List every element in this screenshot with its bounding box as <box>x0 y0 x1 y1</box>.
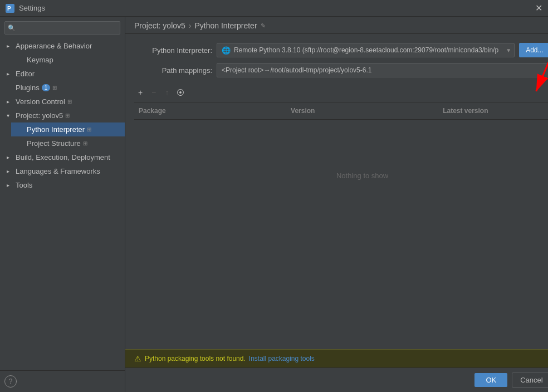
svg-text:P: P <box>7 6 11 12</box>
breadcrumb-current: Python Interpreter <box>195 21 257 30</box>
breadcrumb: Project: yolov5 › Python Interpreter ✎ <box>125 17 548 34</box>
sidebar-item-label: Build, Execution, Deployment <box>16 153 110 161</box>
path-label: Path mappings: <box>134 66 212 75</box>
sidebar-item-languages[interactable]: ▸ Languages & Frameworks <box>0 164 125 178</box>
content-inner: Python Interpreter: 🌐 Remote Python 3.8.… <box>125 34 548 367</box>
sidebar-item-project-structure[interactable]: Project Structure ⊞ <box>11 136 125 150</box>
py-interp-icon: ⊞ <box>87 126 91 133</box>
app-icon: P <box>6 4 14 13</box>
sidebar-bottom: ? <box>0 370 125 392</box>
vc-icon: ⊞ <box>67 99 72 105</box>
sidebar-item-label: Languages & Frameworks <box>16 167 100 175</box>
sidebar-nav: ▸ Appearance & Behavior Keymap ▸ Editor … <box>0 39 125 370</box>
sidebar: 🔍 ▸ Appearance & Behavior Keymap ▸ Edito… <box>0 17 125 392</box>
sidebar-item-appearance[interactable]: ▸ Appearance & Behavior <box>0 39 125 53</box>
chevron-icon: ▸ <box>7 154 13 160</box>
table-header: Package Version Latest version <box>134 102 548 120</box>
window-title: Settings <box>19 4 45 12</box>
interpreter-dropdown[interactable]: 🌐 Remote Python 3.8.10 (sftp://root@regi… <box>217 43 515 57</box>
sidebar-item-tools[interactable]: ▸ Tools <box>0 178 125 192</box>
interpreter-row: Python Interpreter: 🌐 Remote Python 3.8.… <box>134 43 548 57</box>
sidebar-item-label: Keymap <box>27 56 53 64</box>
cancel-button[interactable]: Cancel <box>512 373 548 388</box>
sidebar-item-version-control[interactable]: ▸ Version Control ⊞ <box>0 95 125 109</box>
path-mapping-field[interactable]: <Project root>→/root/autodl-tmp/project/… <box>217 63 548 77</box>
footer: OK Cancel Apply <box>125 367 548 392</box>
interpreter-value[interactable]: 🌐 Remote Python 3.8.10 (sftp://root@regi… <box>217 43 515 57</box>
plugin-icon: ⊞ <box>52 85 57 91</box>
eye-button[interactable]: ⦿ <box>174 86 187 99</box>
interpreter-label: Python Interpreter: <box>134 46 212 55</box>
package-table: Package Version Latest version Nothing t… <box>134 102 548 349</box>
interpreter-globe-icon: 🌐 <box>222 46 231 55</box>
project-icon: ⊞ <box>65 112 70 119</box>
sidebar-item-label: Project Structure <box>27 139 81 148</box>
titlebar: P Settings ✕ <box>0 0 548 17</box>
col-package: Package <box>134 105 286 117</box>
install-link[interactable]: Install packaging tools <box>249 355 315 362</box>
chevron-icon: ▸ <box>7 71 13 77</box>
sidebar-item-label: Editor <box>16 70 35 78</box>
sidebar-item-label: Project: yolov5 <box>16 111 63 120</box>
sidebar-item-keymap[interactable]: Keymap <box>11 53 125 67</box>
ok-button[interactable]: OK <box>474 373 507 387</box>
search-icon: 🔍 <box>8 24 16 32</box>
plugin-badge: 1 <box>42 84 51 91</box>
sidebar-item-label: Python Interpreter <box>27 125 85 134</box>
search-box[interactable]: 🔍 <box>4 21 120 35</box>
up-package-button[interactable]: ↑ <box>161 86 173 99</box>
add-interpreter-button[interactable]: Add... <box>519 43 548 57</box>
breadcrumb-project: Project: yolov5 <box>134 21 185 30</box>
search-input[interactable] <box>4 21 120 35</box>
sidebar-item-editor[interactable]: ▸ Editor <box>0 67 125 81</box>
breadcrumb-separator: › <box>189 21 192 30</box>
content-area: Project: yolov5 › Python Interpreter ✎ <box>125 17 548 392</box>
status-bar: ⚠ Python packaging tools not found. Inst… <box>125 349 548 367</box>
sidebar-item-build[interactable]: ▸ Build, Execution, Deployment <box>0 150 125 164</box>
package-toolbar: + − ↑ ⦿ <box>134 83 548 102</box>
edit-icon[interactable]: ✎ <box>261 22 266 30</box>
path-mapping-row: Path mappings: <Project root>→/root/auto… <box>134 63 548 77</box>
sidebar-item-label: Plugins <box>16 84 40 92</box>
sidebar-item-plugins[interactable]: Plugins 1 ⊞ <box>0 81 125 95</box>
col-version: Version <box>286 105 438 117</box>
chevron-icon: ▸ <box>7 182 13 188</box>
sidebar-item-label: Tools <box>16 181 32 189</box>
path-mapping-wrapper: <Project root>→/root/autodl-tmp/project/… <box>217 63 548 77</box>
interpreter-text: Remote Python 3.8.10 (sftp://root@region… <box>234 46 498 54</box>
chevron-icon: ▸ <box>7 99 13 105</box>
status-text: Python packaging tools not found. <box>145 355 246 362</box>
remove-package-button[interactable]: − <box>148 86 160 99</box>
help-button[interactable]: ? <box>4 375 17 388</box>
sidebar-item-python-interpreter[interactable]: Python Interpreter ⊞ <box>11 122 125 136</box>
chevron-icon: ▸ <box>7 43 13 49</box>
settings-panel: Python Interpreter: 🌐 Remote Python 3.8.… <box>125 34 548 349</box>
close-button[interactable]: ✕ <box>535 4 542 13</box>
sidebar-item-project[interactable]: ▾ Project: yolov5 ⊞ <box>0 109 125 122</box>
col-latest: Latest version <box>438 105 548 117</box>
chevron-icon: ▸ <box>7 168 13 174</box>
proj-struct-icon: ⊞ <box>83 140 87 146</box>
sidebar-item-label: Appearance & Behavior <box>16 42 92 50</box>
chevron-icon: ▾ <box>7 112 13 119</box>
warning-icon: ⚠ <box>134 354 141 363</box>
add-package-button[interactable]: + <box>134 86 146 99</box>
sidebar-item-label: Version Control <box>16 97 65 106</box>
table-empty-message: Nothing to show <box>134 120 548 231</box>
